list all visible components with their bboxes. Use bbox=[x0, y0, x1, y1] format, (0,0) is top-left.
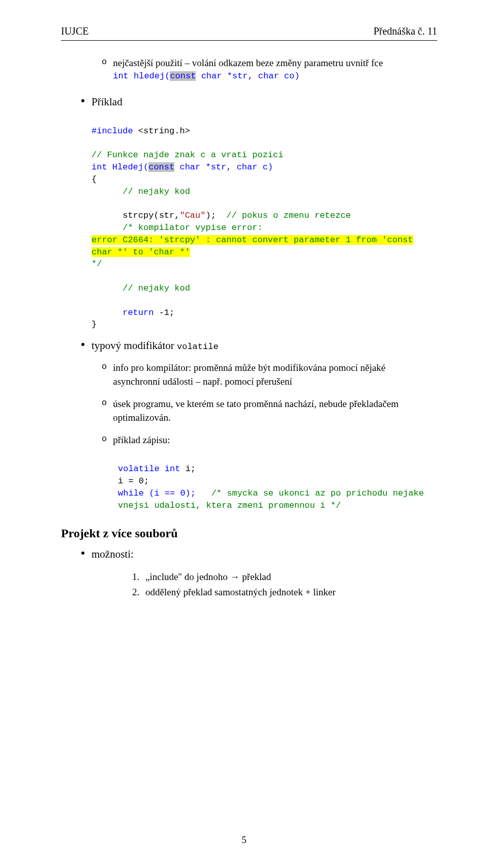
code-text: char *' to 'char *' bbox=[92, 247, 190, 257]
code-text: int Hledej( bbox=[92, 162, 148, 172]
page-number: 5 bbox=[0, 834, 488, 846]
code-text: i; bbox=[186, 464, 196, 474]
code-text: // nejaky kod bbox=[123, 283, 190, 293]
volatile-b2: úsek programu, ve kterém se tato proměnn… bbox=[113, 397, 428, 425]
moznosti-label: možnosti: bbox=[92, 546, 134, 562]
code-text: return bbox=[123, 308, 159, 317]
code-text: while (i == 0); bbox=[118, 488, 211, 498]
intro-text: nejčastější použití – volání odkazem bez… bbox=[113, 56, 383, 70]
code-text: { bbox=[92, 175, 97, 184]
list-marker-o: o bbox=[102, 434, 107, 444]
list-item: 1. „include" do jednoho → překlad bbox=[132, 569, 437, 585]
bullet-dot bbox=[81, 343, 84, 346]
code-text: // Funkce najde znak c a vrati pozici bbox=[92, 150, 283, 160]
code-text: -1 bbox=[159, 308, 169, 317]
code-text: strcpy(str, bbox=[123, 211, 179, 220]
volatile-b3: příklad zápisu: bbox=[113, 433, 170, 447]
code-text: volatile int bbox=[118, 464, 186, 474]
code-text: "Cau" bbox=[179, 211, 205, 220]
intro-code: int hledej(const char *str, char co) bbox=[113, 70, 383, 82]
list-item: 2. oddělený překlad samostatných jednote… bbox=[132, 585, 437, 600]
code-text: } bbox=[92, 320, 97, 329]
header-left: IUJCE bbox=[61, 25, 88, 37]
list-marker-o: o bbox=[102, 362, 107, 371]
code-text: error C2664: 'strcpy' : cannot convert p… bbox=[92, 235, 413, 245]
code-text: /* kompilator vypise error: bbox=[123, 223, 262, 233]
section-heading: Projekt z více souborů bbox=[61, 527, 437, 540]
code-text: */ bbox=[92, 259, 102, 269]
bullet-dot bbox=[81, 99, 84, 102]
list-marker-o: o bbox=[102, 398, 107, 408]
code-text: vnejsi udalosti, ktera zmeni promennou i… bbox=[118, 501, 341, 510]
bullet-dot bbox=[81, 552, 84, 555]
code-text: ); bbox=[205, 211, 226, 220]
volatile-b1: info pro kompilátor: proměnná může být m… bbox=[113, 361, 428, 389]
header-right: Přednáška č. 11 bbox=[374, 25, 437, 37]
code-text: const bbox=[148, 162, 174, 172]
code-text: /* smycka se ukonci az po prichodu nejak… bbox=[211, 488, 424, 498]
code-text: i = 0; bbox=[118, 476, 149, 486]
code-text: #include bbox=[92, 126, 138, 136]
header-rule bbox=[61, 40, 437, 41]
code-text: // nejaky kod bbox=[123, 187, 190, 196]
code-text: <string.h> bbox=[138, 126, 190, 136]
code-text: // pokus o zmenu retezce bbox=[226, 211, 351, 220]
example-heading: Příklad bbox=[92, 94, 123, 109]
volatile-heading: typový modifikátor volatile bbox=[92, 338, 219, 354]
list-marker-o: o bbox=[102, 57, 107, 67]
code-text: char *str, char c) bbox=[174, 162, 273, 172]
